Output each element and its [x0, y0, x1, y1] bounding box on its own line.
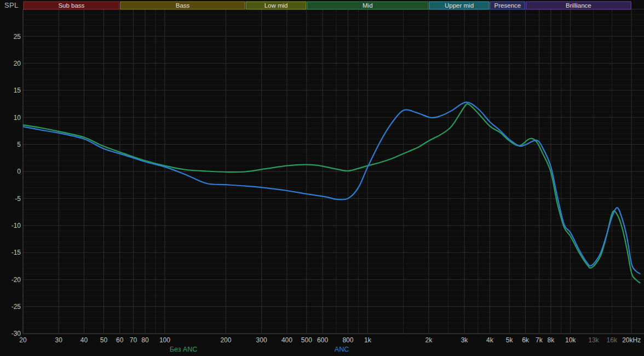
x-tick-label: 2k: [425, 336, 433, 344]
x-tick-label: 7k: [536, 336, 543, 344]
fr-plot[interactable]: Sub bassBassLow midMidUpper midPresenceB…: [0, 0, 644, 356]
y-tick-label: 20: [14, 60, 21, 67]
x-tick-label: 8k: [547, 336, 555, 344]
y-tick-label: 5: [17, 141, 21, 148]
x-tick-label: 200: [220, 336, 231, 344]
plot-background[interactable]: [0, 0, 644, 356]
band-label-low-mid: Low mid: [264, 2, 288, 9]
y-tick-label: -20: [12, 276, 21, 284]
x-tick-label: 1k: [364, 336, 372, 344]
x-tick-label: 800: [342, 336, 353, 344]
x-tick-label: 500: [301, 336, 312, 344]
y-tick-label: 10: [14, 114, 21, 122]
x-tick-label: 600: [317, 336, 328, 344]
y-tick-label: 25: [14, 33, 21, 41]
x-tick-label: 30: [55, 336, 63, 344]
x-tick-label: 5k: [506, 336, 514, 344]
y-tick-label: 0: [17, 168, 21, 175]
x-tick-label: 300: [256, 336, 267, 344]
y-tick-label: -25: [12, 303, 21, 311]
band-label-mid: Mid: [363, 2, 373, 9]
x-tick-label: 40: [81, 336, 88, 344]
x-tick-label: 80: [141, 336, 149, 344]
x-tick-label: 400: [281, 336, 292, 344]
x-tick-label: 20: [19, 336, 27, 344]
y-tick-label: 15: [14, 87, 21, 94]
x-tick-label: 100: [159, 336, 170, 344]
x-tick-label: 60: [116, 336, 124, 344]
x-tick-label: 16k: [607, 336, 618, 344]
spl-axis-label: SPL: [4, 1, 18, 9]
x-tick-label: 70: [130, 336, 137, 344]
x-tick-label: 50: [100, 336, 108, 344]
band-label-sub-bass: Sub bass: [58, 2, 84, 9]
band-label-presence: Presence: [495, 2, 521, 9]
x-tick-label: 4k: [486, 336, 494, 344]
x-tick-label: 20kHz: [622, 336, 641, 344]
band-label-upper-mid: Upper mid: [445, 2, 474, 9]
y-tick-label: -5: [15, 195, 21, 203]
x-tick-label: 10k: [565, 336, 576, 344]
x-tick-label: 6k: [522, 336, 530, 344]
x-tick-label: 3k: [461, 336, 469, 344]
legend-item-no-anc[interactable]: Без ANC: [170, 346, 197, 353]
y-tick-label: -15: [12, 249, 21, 256]
x-tick-label: 13k: [588, 336, 599, 344]
frequency-response-chart: Sub bassBassLow midMidUpper midPresenceB…: [0, 0, 644, 356]
band-label-brilliance: Brilliance: [566, 2, 591, 9]
legend-item-anc[interactable]: ANC: [335, 346, 349, 353]
y-tick-label: -10: [12, 222, 21, 229]
band-label-bass: Bass: [176, 2, 190, 9]
